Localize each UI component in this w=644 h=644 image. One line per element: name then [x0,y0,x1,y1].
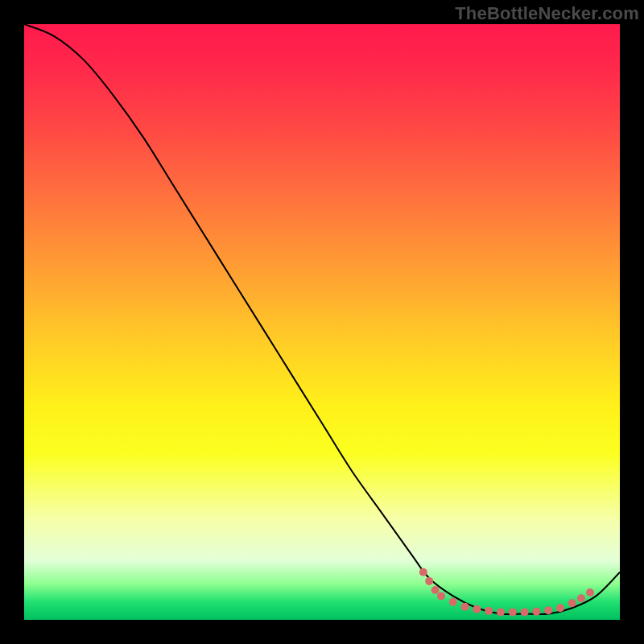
threshold-dot [461,603,469,611]
threshold-dot [431,586,440,594]
threshold-dot [419,568,427,576]
chart-stage: TheBottleNecker.com [0,0,644,644]
threshold-dot [532,608,540,616]
threshold-dot [425,577,433,585]
threshold-dot [437,592,445,600]
threshold-dot [556,604,564,612]
threshold-dot [473,605,481,613]
bottleneck-curve [24,24,620,614]
threshold-dot [449,598,457,606]
threshold-dot [568,599,576,607]
chart-svg [24,24,620,620]
threshold-dot [586,588,594,597]
threshold-dot [509,608,517,616]
plot-area [24,24,620,620]
watermark-text: TheBottleNecker.com [455,3,639,24]
threshold-dot [544,606,552,614]
threshold-dot [521,608,529,616]
threshold-dot [497,608,505,616]
threshold-dot [577,594,585,602]
threshold-dot [485,607,493,615]
